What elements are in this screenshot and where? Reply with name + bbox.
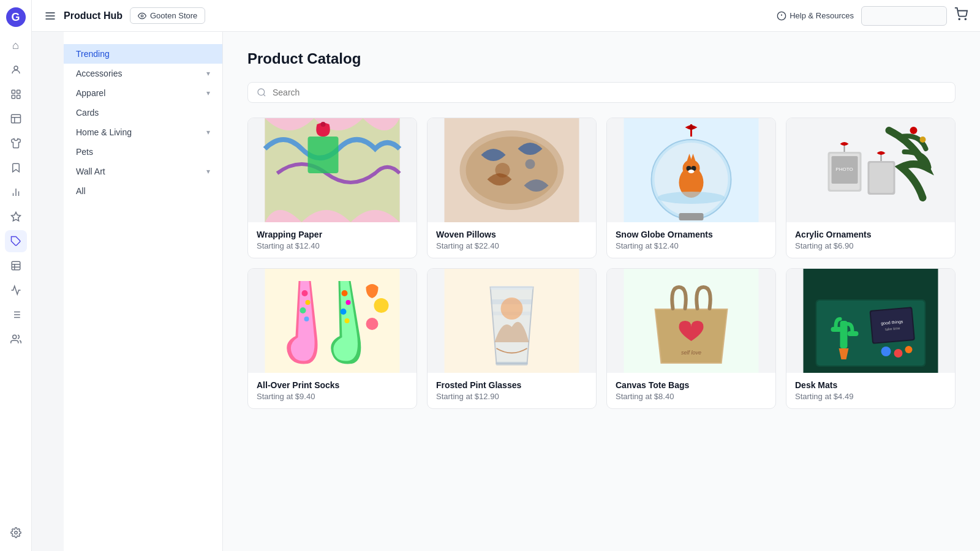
nav-star-icon[interactable] xyxy=(5,206,27,228)
svg-rect-37 xyxy=(308,137,339,173)
gooten-store-button[interactable]: Gooten Store xyxy=(130,7,205,24)
chevron-down-icon: ▾ xyxy=(206,167,210,176)
svg-rect-56 xyxy=(679,213,704,220)
product-card-pint-glasses[interactable]: Frosted Pint Glasses Starting at $12.90 xyxy=(427,268,597,409)
svg-point-23 xyxy=(12,335,16,339)
svg-point-70 xyxy=(302,290,308,296)
search-input[interactable] xyxy=(273,88,946,97)
nav-settings-icon[interactable] xyxy=(5,522,27,544)
product-price: Starting at $8.40 xyxy=(616,392,767,401)
svg-point-60 xyxy=(920,137,926,143)
product-price: Starting at $12.40 xyxy=(616,241,767,250)
svg-point-72 xyxy=(300,307,306,313)
page-title: Product Catalog xyxy=(247,50,956,67)
product-card-desk-mats[interactable]: good things take time Desk Mats Starting… xyxy=(786,268,956,409)
nav-home-icon[interactable]: ⌂ xyxy=(5,34,27,56)
svg-point-98 xyxy=(881,347,891,356)
product-card-acrylic-ornaments[interactable]: PHOTO Acrylic Ornaments Starting at $6.9… xyxy=(786,118,956,258)
sidebar-item-home-living[interactable]: Home & Living ▾ xyxy=(64,122,222,142)
chevron-down-icon: ▾ xyxy=(206,128,210,137)
svg-point-55 xyxy=(658,192,725,204)
content-area: Product Catalog xyxy=(223,32,980,551)
svg-point-74 xyxy=(342,290,348,296)
nav-rail: ⌂ xyxy=(0,0,32,551)
svg-point-43 xyxy=(526,159,535,169)
nav-list-icon[interactable] xyxy=(5,304,27,326)
product-card-tote-bags[interactable]: self love Canvas Tote Bags Starting at $… xyxy=(606,268,776,409)
product-image-socks xyxy=(248,269,417,373)
sidebar-item-accessories[interactable]: Accessories ▾ xyxy=(64,64,222,83)
svg-point-76 xyxy=(341,309,347,315)
product-info-pint-glasses: Frosted Pint Glasses Starting at $12.90 xyxy=(428,373,596,408)
nav-shirt-icon[interactable] xyxy=(5,132,27,154)
sidebar-item-all[interactable]: All xyxy=(64,181,222,201)
nav-puzzle-icon[interactable] xyxy=(5,230,27,252)
product-price: Starting at $9.40 xyxy=(257,392,408,401)
product-card-woven-pillows[interactable]: Woven Pillows Starting at $22.40 xyxy=(427,118,597,258)
product-name: Woven Pillows xyxy=(436,230,587,239)
svg-rect-2 xyxy=(17,90,20,93)
svg-point-54 xyxy=(688,170,695,173)
help-resources-link[interactable]: Help & Resources xyxy=(777,11,854,21)
product-image-tote-bags: self love xyxy=(607,269,775,373)
svg-point-32 xyxy=(959,18,960,20)
product-info-socks: All-Over Print Socks Starting at $9.40 xyxy=(248,373,417,408)
nav-analytics-icon[interactable] xyxy=(5,279,27,301)
chevron-down-icon: ▾ xyxy=(206,89,210,97)
svg-point-41 xyxy=(466,137,558,204)
product-card-wrapping-paper[interactable]: Wrapping Paper Starting at $12.40 xyxy=(247,118,417,258)
nav-people-icon[interactable] xyxy=(5,328,27,350)
svg-point-0 xyxy=(14,66,18,70)
sidebar: Trending Accessories ▾ Apparel ▾ Cards H… xyxy=(64,32,223,551)
main-layout: Trending Accessories ▾ Apparel ▾ Cards H… xyxy=(64,32,980,551)
svg-point-78 xyxy=(374,298,389,313)
svg-point-24 xyxy=(14,531,17,534)
svg-point-77 xyxy=(345,318,350,323)
product-card-socks[interactable]: All-Over Print Socks Starting at $9.40 xyxy=(247,268,417,409)
svg-point-33 xyxy=(965,18,966,20)
nav-bookmark-icon[interactable] xyxy=(5,157,27,179)
product-info-acrylic-ornaments: Acrylic Ornaments Starting at $6.90 xyxy=(786,222,955,258)
svg-rect-5 xyxy=(11,114,20,123)
svg-point-38 xyxy=(321,122,326,127)
nav-orders-icon[interactable] xyxy=(5,83,27,105)
svg-point-99 xyxy=(894,349,903,358)
sidebar-item-trending[interactable]: Trending xyxy=(64,44,222,64)
svg-rect-84 xyxy=(491,286,533,290)
svg-point-28 xyxy=(141,15,143,17)
svg-rect-4 xyxy=(17,96,20,99)
svg-point-79 xyxy=(366,318,379,330)
product-image-snow-globe xyxy=(607,118,775,222)
sidebar-item-cards[interactable]: Cards xyxy=(64,103,222,122)
product-image-acrylic-ornaments: PHOTO xyxy=(786,118,955,222)
product-image-woven-pillows xyxy=(428,118,596,222)
svg-point-71 xyxy=(306,300,311,305)
chevron-down-icon: ▾ xyxy=(206,69,210,78)
nav-chart-icon[interactable] xyxy=(5,181,27,203)
svg-point-75 xyxy=(346,300,351,305)
sidebar-item-apparel[interactable]: Apparel ▾ xyxy=(64,83,222,103)
menu-button[interactable] xyxy=(44,10,56,22)
product-image-desk-mats: good things take time xyxy=(786,269,955,373)
search-icon xyxy=(257,88,266,97)
product-price: Starting at $4.49 xyxy=(795,392,946,401)
svg-rect-13 xyxy=(12,261,20,270)
product-name: Desk Mats xyxy=(795,380,946,390)
nav-products-icon[interactable] xyxy=(5,108,27,130)
search-bar xyxy=(247,82,956,103)
svg-point-42 xyxy=(496,163,510,178)
header: Product Hub Gooten Store Help & Resource… xyxy=(32,0,980,32)
header-search-input[interactable] xyxy=(861,6,947,26)
cart-icon[interactable] xyxy=(954,7,968,24)
product-price: Starting at $22.40 xyxy=(436,241,587,250)
nav-profile-icon[interactable] xyxy=(5,59,27,81)
sidebar-item-wall-art[interactable]: Wall Art ▾ xyxy=(64,162,222,181)
nav-table-icon[interactable] xyxy=(5,255,27,277)
product-card-snow-globe[interactable]: Snow Globe Ornaments Starting at $12.40 xyxy=(606,118,776,258)
svg-rect-95 xyxy=(871,308,914,343)
svg-rect-1 xyxy=(12,90,15,93)
svg-text:self love: self love xyxy=(681,350,701,356)
svg-text:PHOTO: PHOTO xyxy=(835,167,853,172)
svg-point-59 xyxy=(910,127,918,134)
sidebar-item-pets[interactable]: Pets xyxy=(64,142,222,162)
